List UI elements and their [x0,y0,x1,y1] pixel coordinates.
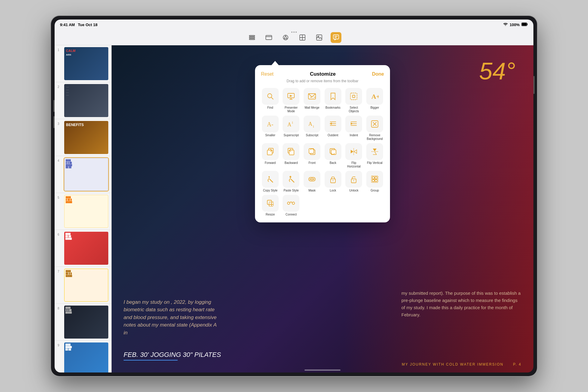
back-icon-box [325,143,341,160]
grid-item-paste-style[interactable]: Paste Style [282,171,301,192]
backward-label: Backward [285,161,298,165]
doc-body-right: my submitted report). The purpose of thi… [401,290,521,318]
smaller-icon-box: A- [262,116,279,132]
svg-point-61 [313,179,314,180]
grid-item-back[interactable]: Back [324,143,342,168]
sidebar-page-3[interactable]: 3 BENEFITS [55,119,111,156]
bigger-icon-box: A+ [366,88,383,105]
paste-style-icon-box [283,171,299,188]
page-thumb-6: ██████ ███████ [64,232,108,265]
superscript-icon-box: A 1 [283,116,299,132]
lock-label: Lock [330,189,336,192]
resize-icon-box [262,195,279,212]
svg-rect-67 [372,177,374,179]
grid-item-bookmarks[interactable]: Bookmarks [324,88,342,113]
doc-footer-text: MY JOURNEY WITH COLD WATER IMMERSION P. … [402,362,521,366]
sidebar-page-9[interactable]: 9 ███████████ ██ [55,341,111,372]
grid-item-resize[interactable]: Resize [261,195,280,216]
volume-down-button[interactable] [53,116,55,128]
grid-item-smaller[interactable]: A- Smaller [261,116,280,141]
grid-item-find[interactable]: Find [261,88,280,113]
toolbar [55,30,533,45]
volume-up-button[interactable] [53,100,55,112]
modal-title: Customize [310,71,336,77]
find-label: Find [267,106,273,110]
grid-item-flip-horizontal[interactable]: Flip Horizontal [345,143,363,168]
svg-point-60 [310,179,311,180]
page-num-9: 9 [58,344,62,347]
page-num-3: 3 [58,122,62,125]
grid-item-forward[interactable]: Forward [261,143,280,168]
time-display: 9:41 AM [60,23,75,27]
toolbar-table-icon[interactable] [297,32,308,43]
connect-icon-box [283,195,299,212]
page-thumb-4: █████ █ █████████ ██ [64,158,108,191]
mail-merge-icon-box [304,88,320,105]
indent-label: Indent [350,134,358,137]
front-icon-box [304,143,320,160]
svg-marker-53 [354,150,357,153]
sidebar-page-8[interactable]: 8 █████ █ ███████ [55,304,111,341]
grid-item-flip-vertical[interactable]: Flip Vertical [365,143,384,168]
svg-rect-14 [333,35,339,39]
page-thumb-5: █████ ██ ██████ [64,195,108,228]
grid-item-superscript[interactable]: A 1 Superscript [282,116,301,141]
group-icon-box [366,171,383,188]
remove-background-icon-box [366,116,383,132]
grid-item-outdent[interactable]: Outdent [324,116,342,141]
svg-point-57 [290,176,291,177]
grid-item-subscript[interactable]: A 1 Subscript [303,116,321,141]
grid-item-bigger[interactable]: A+ Bigger [365,88,384,113]
outdent-label: Outdent [328,134,338,137]
grid-item-presenter-mode[interactable]: Presenter Mode [282,88,301,113]
sidebar-page-2[interactable]: 2 ···················· [55,82,111,119]
page-num-5: 5 [58,196,62,199]
ipad-screen: 9:41 AM Tue Oct 18 100% [55,20,533,372]
grid-item-backward[interactable]: Backward [282,143,301,168]
grid-item-unlock[interactable]: Unlock [345,171,363,192]
grid-item-select-objects[interactable]: Select Objects [345,88,363,113]
toolbar-card-icon[interactable] [263,32,274,43]
grid-item-lock[interactable]: Lock [324,171,342,192]
sidebar-page-6[interactable]: 6 ██████ ███████ [55,230,111,267]
grid-item-connect[interactable]: Connect [282,195,301,216]
grid-item-mask[interactable]: Mask [303,171,321,192]
svg-rect-27 [352,95,355,98]
svg-text:A+: A+ [371,93,379,100]
grid-item-front[interactable]: Front [303,143,321,168]
subscript-icon-box: A 1 [304,116,320,132]
toolbar-image-icon[interactable] [314,32,325,43]
grid-item-copy-style[interactable]: Copy Style [261,171,280,192]
svg-marker-55 [373,149,376,151]
sidebar-page-4[interactable]: 4 █████ █ █████████ ██ [55,156,111,193]
grid-item-mail-merge[interactable]: Mail Merge [303,88,321,113]
toolbar-comment-icon[interactable] [331,32,341,43]
svg-point-78 [292,202,295,204]
power-button[interactable] [533,76,535,94]
svg-marker-52 [351,150,353,153]
mask-label: Mask [308,189,316,192]
page-num-2: 2 [58,85,62,89]
page-thumb-8: █████ █ ███████ [64,306,108,339]
flip-horizontal-label: Flip Horizontal [345,161,363,168]
home-indicator [304,369,340,371]
toolbar-shape-icon[interactable] [280,32,291,43]
reset-button[interactable]: Reset [261,71,274,77]
svg-line-18 [271,97,273,99]
flip-horizontal-icon-box [345,143,362,160]
sidebar-page-1[interactable]: 1 CALMAI54 [55,45,111,82]
svg-point-77 [287,202,290,204]
sidebar-page-5[interactable]: 5 █████ ██ ██████ [55,193,111,230]
sidebar-page-7[interactable]: 7 ██████ █ ██████ [55,267,111,304]
grid-item-indent[interactable]: Indent [345,116,363,141]
mask-icon-box [304,171,320,188]
grid-item-remove-background[interactable]: Remove Background [365,116,384,141]
svg-text:1: 1 [292,121,293,124]
page-thumb-3: BENEFITS [64,121,108,154]
done-button[interactable]: Done [372,71,384,77]
page-num-6: 6 [58,233,62,236]
toolbar-menu-icon[interactable] [247,32,257,43]
grid-item-group[interactable]: Group [365,171,384,192]
mail-merge-label: Mail Merge [304,106,319,110]
copy-style-label: Copy Style [263,189,278,192]
